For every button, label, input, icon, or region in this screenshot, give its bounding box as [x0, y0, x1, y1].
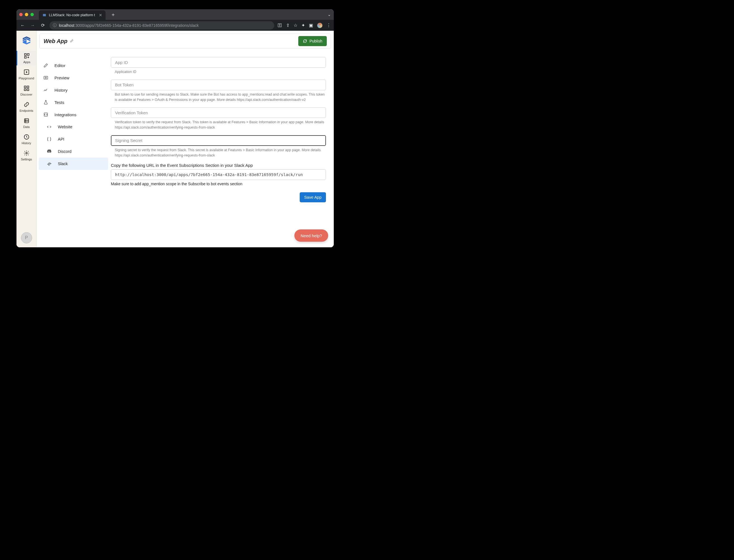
- tab-favicon-icon: [42, 13, 47, 17]
- database-icon: [23, 117, 30, 124]
- svg-rect-6: [24, 89, 26, 91]
- need-help-button[interactable]: Need help?: [295, 229, 328, 242]
- window-controls: [19, 13, 37, 16]
- rail-label: Data: [23, 125, 30, 129]
- nav-editor[interactable]: Editor: [39, 59, 108, 72]
- toolbar-icons: ⚿ ⇪ ☆ ✦ ▣ ⋮: [278, 23, 331, 28]
- sidepanel-icon[interactable]: ▣: [309, 23, 313, 28]
- preview-icon: [43, 75, 49, 80]
- rail-history[interactable]: History: [16, 132, 36, 146]
- url-text: localhost:3000/apps/7bf2e665-154a-432a-8…: [59, 23, 199, 28]
- discord-icon: [46, 149, 52, 154]
- profile-badge[interactable]: P: [21, 232, 32, 243]
- svg-rect-7: [27, 89, 29, 91]
- extensions-puzzle-icon[interactable]: ✦: [302, 23, 305, 28]
- svg-point-9: [25, 119, 25, 120]
- svg-point-15: [45, 77, 47, 79]
- signing-secret-input[interactable]: [111, 135, 326, 146]
- slack-icon: [46, 161, 52, 166]
- browser-tab[interactable]: LLMStack: No-code platform t ✕: [39, 10, 106, 20]
- svg-rect-8: [24, 119, 29, 123]
- content-area: Web App Publish: [37, 31, 334, 247]
- nav-preview[interactable]: Preview: [39, 72, 108, 84]
- left-rail: Apps Playground Discover Endpoints: [16, 31, 37, 247]
- address-bar[interactable]: ⓘ localhost:3000/apps/7bf2e665-154a-432a…: [49, 21, 274, 30]
- nav-label: Preview: [54, 75, 69, 80]
- rail-discover[interactable]: Discover: [16, 83, 36, 98]
- event-url-box[interactable]: http://localhost:3000/api/apps/7bf2e665-…: [111, 169, 326, 180]
- apps-grid-icon: [23, 53, 30, 59]
- edit-title-icon[interactable]: [70, 39, 74, 44]
- rail-apps[interactable]: Apps: [16, 51, 36, 65]
- svg-rect-14: [44, 76, 48, 79]
- app-id-helper: Application ID: [111, 68, 326, 77]
- field-bot-token: Bot token to use for sending messages to…: [111, 80, 326, 105]
- tabs-overflow-icon[interactable]: ⌄: [328, 12, 331, 17]
- signing-secret-helper: Signing secret to verify the request fro…: [111, 146, 326, 160]
- reload-button[interactable]: ⟳: [39, 23, 46, 28]
- verification-token-helper: Verification token to verify the request…: [111, 118, 326, 132]
- site-info-icon[interactable]: ⓘ: [53, 23, 57, 28]
- back-button[interactable]: ←: [19, 23, 26, 28]
- nav-website[interactable]: Website: [39, 121, 108, 133]
- rail-playground[interactable]: Playground: [16, 67, 36, 82]
- window-maximize-button[interactable]: [30, 13, 34, 16]
- titlebar-right: ⌄: [328, 12, 331, 17]
- publish-button[interactable]: Publish: [298, 36, 327, 46]
- field-verification-token: Verification token to verify the request…: [111, 107, 326, 132]
- slack-integration-form: Application ID Bot token to use for send…: [108, 49, 329, 247]
- editor-nav: Editor Preview History: [37, 49, 108, 247]
- nav-slack[interactable]: Slack: [39, 158, 108, 170]
- profile-initial: P: [25, 235, 28, 240]
- gear-icon: [23, 150, 30, 156]
- bot-token-helper: Bot token to use for sending messages to…: [111, 90, 326, 105]
- rail-settings[interactable]: Settings: [16, 148, 36, 163]
- nav-label: Discord: [58, 149, 72, 154]
- nav-label: Slack: [58, 162, 68, 166]
- code-icon: [46, 124, 52, 129]
- pencil-icon: [43, 63, 49, 68]
- svg-point-10: [25, 121, 25, 121]
- share-icon[interactable]: ⇪: [286, 23, 290, 28]
- app-id-input[interactable]: [111, 57, 326, 68]
- new-tab-button[interactable]: ＋: [108, 11, 118, 18]
- window-minimize-button[interactable]: [25, 13, 28, 16]
- nav-tests[interactable]: Tests: [39, 96, 108, 108]
- window-close-button[interactable]: [19, 13, 23, 16]
- bot-token-input[interactable]: [111, 80, 326, 90]
- titlebar: LLMStack: No-code platform t ✕ ＋ ⌄: [16, 9, 334, 20]
- svg-rect-5: [27, 86, 29, 88]
- app-logo-icon[interactable]: [21, 35, 32, 46]
- rail-label: Endpoints: [20, 109, 33, 112]
- nav-history[interactable]: History: [39, 84, 108, 96]
- rail-label: Discover: [20, 93, 32, 96]
- nav-api[interactable]: API: [39, 133, 108, 145]
- profile-avatar-icon[interactable]: [317, 23, 323, 28]
- scope-note: Make sure to add app_mention scope in th…: [111, 182, 326, 186]
- nav-discord[interactable]: Discord: [39, 145, 108, 158]
- nav-label: Website: [58, 125, 72, 129]
- forward-button[interactable]: →: [29, 23, 36, 28]
- save-app-button[interactable]: Save App: [300, 192, 326, 202]
- browser-window: LLMStack: No-code platform t ✕ ＋ ⌄ ← → ⟳…: [16, 9, 334, 247]
- clock-icon: [23, 134, 30, 140]
- field-app-id: Application ID: [111, 57, 326, 77]
- browser-menu-icon[interactable]: ⋮: [327, 23, 331, 28]
- rail-label: Apps: [23, 60, 30, 64]
- link-icon: [23, 101, 30, 108]
- rail-data[interactable]: Data: [16, 116, 36, 130]
- rail-endpoints[interactable]: Endpoints: [16, 99, 36, 114]
- sync-icon: [303, 39, 307, 43]
- field-signing-secret: Signing secret to verify the request fro…: [111, 135, 326, 160]
- password-key-icon[interactable]: ⚿: [278, 23, 282, 28]
- bookmark-star-icon[interactable]: ☆: [294, 23, 298, 28]
- flask-icon: [43, 100, 49, 105]
- svg-point-13: [26, 152, 27, 154]
- rail-label: Settings: [21, 158, 32, 161]
- page-title: Web App: [44, 38, 74, 44]
- tab-close-icon[interactable]: ✕: [99, 13, 102, 17]
- tab-title: LLMStack: No-code platform t: [49, 13, 95, 17]
- nav-integrations[interactable]: Integrations: [39, 108, 108, 121]
- verification-token-input[interactable]: [111, 107, 326, 118]
- browser-toolbar: ← → ⟳ ⓘ localhost:3000/apps/7bf2e665-154…: [16, 20, 334, 31]
